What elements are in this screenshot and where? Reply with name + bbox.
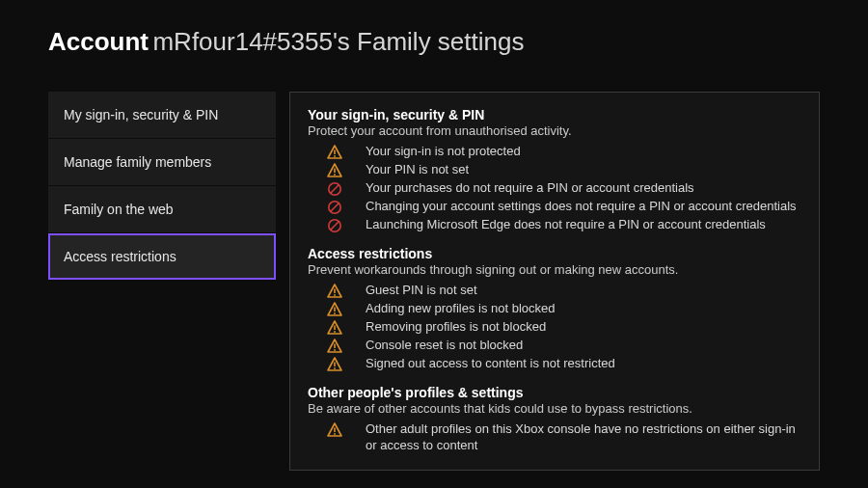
status-text: Other adult profiles on this Xbox consol… <box>366 421 801 454</box>
warning-icon <box>327 145 342 160</box>
sidebar-item-0[interactable]: My sign-in, security & PIN <box>48 92 276 138</box>
svg-point-1 <box>334 155 336 157</box>
status-row: Signed out access to content is not rest… <box>308 356 801 372</box>
sidebar-item-label: Family on the web <box>64 202 174 217</box>
status-text: Your PIN is not set <box>366 162 469 178</box>
status-text: Changing your account settings does not … <box>366 199 797 215</box>
status-row: Your PIN is not set <box>308 162 801 178</box>
warning-icon <box>327 163 342 178</box>
detail-panel: Your sign-in, security & PINProtect your… <box>289 92 820 471</box>
sidebar-item-label: My sign-in, security & PIN <box>64 107 218 122</box>
status-row: Adding new profiles is not blocked <box>308 301 801 317</box>
svg-line-5 <box>331 185 339 193</box>
section-title: Other people's profiles & settings <box>308 384 801 401</box>
status-row: Launching Microsoft Edge does not requir… <box>308 217 801 233</box>
warning-icon <box>327 339 342 354</box>
status-row: Console reset is not blocked <box>308 338 801 354</box>
status-text: Launching Microsoft Edge does not requir… <box>366 217 766 233</box>
status-text: Your purchases do not require a PIN or a… <box>366 180 694 197</box>
svg-point-21 <box>334 433 336 435</box>
sidebar: My sign-in, security & PINManage family … <box>48 92 276 280</box>
section-title: Your sign-in, security & PIN <box>308 106 801 123</box>
warning-icon <box>327 284 342 299</box>
sidebar-item-2[interactable]: Family on the web <box>48 186 276 232</box>
status-text: Removing profiles is not blocked <box>366 319 546 336</box>
block-icon <box>327 218 342 233</box>
warning-icon <box>327 320 342 336</box>
svg-point-3 <box>334 174 336 176</box>
status-text: Adding new profiles is not blocked <box>366 301 556 317</box>
status-row: Other adult profiles on this Xbox consol… <box>308 421 801 454</box>
svg-point-13 <box>334 312 336 314</box>
status-row: Your purchases do not require a PIN or a… <box>308 180 801 197</box>
section-0: Your sign-in, security & PINProtect your… <box>308 106 801 233</box>
status-text: Guest PIN is not set <box>366 283 477 299</box>
sidebar-item-1[interactable]: Manage family members <box>48 139 276 185</box>
block-icon <box>327 200 342 215</box>
title-rest: mRfour14#5355's Family settings <box>152 27 524 56</box>
title-prefix: Account <box>48 27 149 56</box>
block-icon <box>327 181 342 197</box>
svg-line-7 <box>331 203 339 211</box>
section-title: Access restrictions <box>308 245 801 262</box>
sidebar-item-3[interactable]: Access restrictions <box>48 233 276 280</box>
page-title: Account mRfour14#5355's Family settings <box>48 27 820 57</box>
sidebar-item-label: Access restrictions <box>64 249 176 264</box>
status-text: Console reset is not blocked <box>366 338 523 354</box>
sidebar-item-label: Manage family members <box>64 154 211 170</box>
section-subtitle: Be aware of other accounts that kids cou… <box>308 401 801 418</box>
status-text: Signed out access to content is not rest… <box>366 356 615 372</box>
svg-point-19 <box>334 367 336 369</box>
svg-point-11 <box>334 294 336 296</box>
status-row: Your sign-in is not protected <box>308 144 801 160</box>
warning-icon <box>327 302 342 317</box>
svg-point-15 <box>334 331 336 333</box>
section-1: Access restrictionsPrevent workarounds t… <box>308 245 801 372</box>
status-row: Changing your account settings does not … <box>308 199 801 215</box>
section-subtitle: Protect your account from unauthorised a… <box>308 123 801 140</box>
svg-point-17 <box>334 349 336 351</box>
svg-line-9 <box>331 222 339 230</box>
warning-icon <box>327 422 342 438</box>
status-text: Your sign-in is not protected <box>366 144 521 160</box>
warning-icon <box>327 357 342 372</box>
status-row: Guest PIN is not set <box>308 283 801 299</box>
section-2: Other people's profiles & settingsBe awa… <box>308 384 801 454</box>
section-subtitle: Prevent workarounds through signing out … <box>308 262 801 279</box>
status-row: Removing profiles is not blocked <box>308 319 801 336</box>
